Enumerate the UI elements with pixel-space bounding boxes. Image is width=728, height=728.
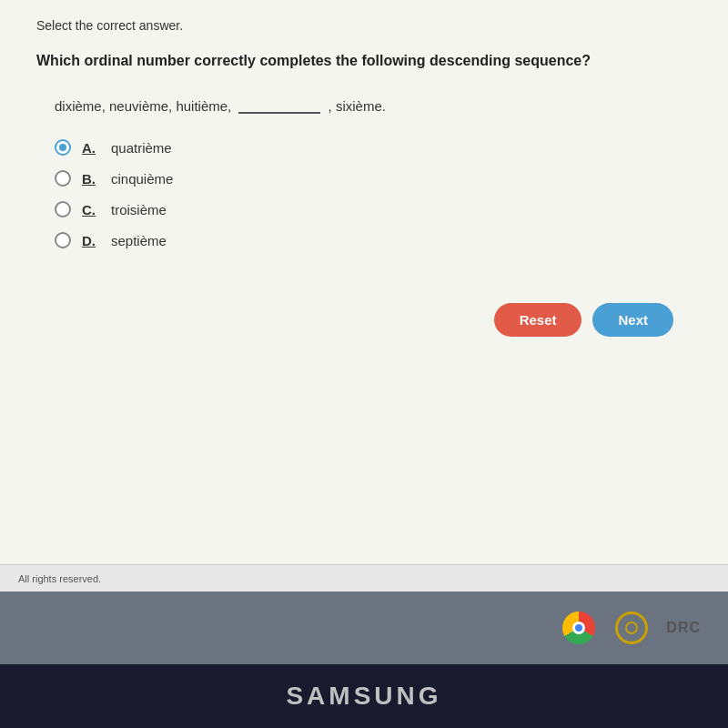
option-b-label: B. — [82, 171, 100, 187]
option-a-label: A. — [82, 140, 100, 156]
option-b-text: cinquième — [111, 171, 173, 187]
option-c-label: C. — [82, 202, 100, 217]
taskbar: DRC — [0, 592, 728, 664]
option-b[interactable]: B. cinquième — [55, 170, 692, 187]
sequence-before: dixième, neuvième, huitième, — [55, 98, 231, 114]
radio-c[interactable] — [55, 201, 71, 217]
samsung-text: SAMSUNG — [286, 682, 441, 711]
chrome-center — [572, 622, 585, 634]
sequence-text: dixième, neuvième, huitième, , sixième. — [55, 96, 692, 114]
main-content: Select the correct answer. Which ordinal… — [0, 0, 728, 564]
option-d-label: D. — [82, 233, 100, 248]
option-a-text: quatrième — [111, 140, 172, 156]
radio-b[interactable] — [55, 170, 71, 187]
drc-label: DRC — [666, 620, 701, 636]
drc-icon[interactable] — [615, 612, 648, 644]
next-button[interactable]: Next — [592, 303, 673, 337]
samsung-bar: SAMSUNG — [0, 664, 728, 728]
footer-bar: All rights reserved. — [0, 564, 728, 592]
sequence-blank — [238, 96, 320, 114]
drc-inner-ring — [625, 622, 638, 634]
radio-d[interactable] — [55, 232, 71, 248]
reset-button[interactable]: Reset — [494, 303, 582, 337]
sequence-after: , sixième. — [329, 98, 386, 114]
chrome-icon-container[interactable] — [561, 610, 597, 646]
option-d-text: septième — [111, 233, 167, 248]
chrome-icon — [562, 612, 595, 644]
instruction-text: Select the correct answer. — [36, 18, 692, 33]
option-d[interactable]: D. septième — [55, 232, 692, 248]
option-a[interactable]: A. quatrième — [55, 139, 692, 156]
radio-a[interactable] — [55, 139, 71, 156]
footer-text: All rights reserved. — [18, 573, 101, 584]
buttons-container: Reset Next — [36, 303, 692, 337]
options-container: A. quatrième B. cinquième C. troisième D… — [55, 139, 692, 248]
option-c[interactable]: C. troisième — [55, 201, 692, 217]
option-c-text: troisième — [111, 202, 167, 217]
question-text: Which ordinal number correctly completes… — [36, 51, 692, 71]
